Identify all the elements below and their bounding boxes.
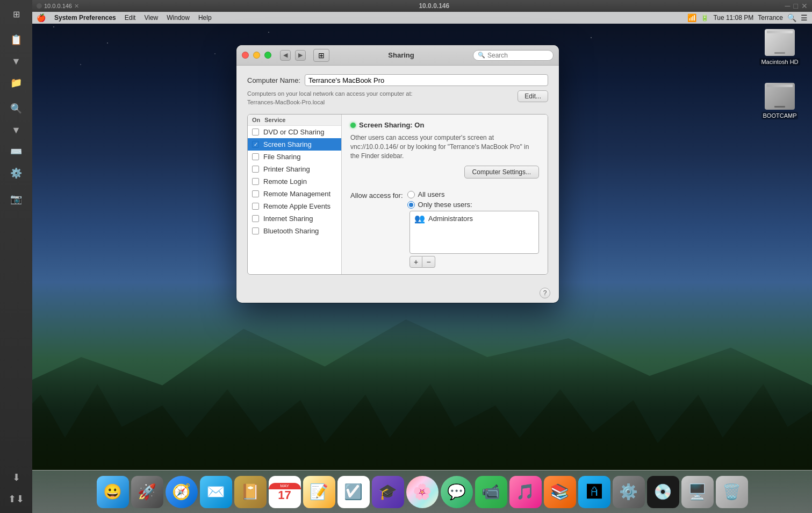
service-label-3: Printer Sharing xyxy=(263,165,310,173)
maximize-button[interactable] xyxy=(264,52,271,59)
menu-view[interactable]: View xyxy=(144,14,158,22)
menu-system-preferences[interactable]: System Preferences xyxy=(54,14,116,22)
remote-maximize-btn[interactable]: □ xyxy=(794,2,798,10)
service-label-6: Remote Apple Events xyxy=(263,202,330,210)
service-row-remote-login[interactable]: Remote Login xyxy=(248,175,341,188)
service-checkbox-6[interactable] xyxy=(252,203,259,210)
sidebar-btn-9[interactable]: 📷 xyxy=(6,189,26,209)
services-panel: On Service DVD or CD SharingScreen Shari… xyxy=(247,114,548,275)
help-button[interactable]: ? xyxy=(540,288,550,298)
service-row-internet-sharing[interactable]: Internet Sharing xyxy=(248,212,341,225)
dialog-titlebar: ◀ ▶ ⊞ Sharing 🔍 xyxy=(236,45,559,66)
dock-notesh[interactable]: 📔 xyxy=(234,476,267,508)
remote-minimize-btn[interactable]: ─ xyxy=(785,2,791,10)
list-icon[interactable]: ☰ xyxy=(801,13,808,22)
desktop-icon-bootcamp[interactable]: BOOTCAMP xyxy=(758,83,801,119)
grid-view-button[interactable]: ⊞ xyxy=(313,49,329,62)
remote-tab-label: 10.0.0.146 xyxy=(44,3,72,9)
sidebar-btn-1[interactable]: ⊞ xyxy=(6,4,26,24)
remove-user-button[interactable]: − xyxy=(422,256,435,268)
dock-calendar[interactable]: MAY 17 xyxy=(269,476,301,508)
desktop-icon-macintosh-hd[interactable]: Macintosh HD xyxy=(758,29,801,66)
service-checkbox-8[interactable] xyxy=(252,227,259,234)
menubar: 🍎 System Preferences Edit View Window He… xyxy=(32,12,812,24)
service-checkbox-2[interactable] xyxy=(252,153,259,160)
menu-help[interactable]: Help xyxy=(198,14,212,22)
sidebar-btn-8[interactable]: ⚙️ xyxy=(6,163,26,183)
sidebar-btn-10[interactable]: ⬇ xyxy=(6,468,26,487)
dock-system-preferences[interactable]: ⚙️ xyxy=(613,476,645,508)
dock-launchpad[interactable]: 🚀 xyxy=(131,476,163,508)
sidebar-btn-6[interactable]: ▼ xyxy=(6,120,26,140)
remote-tab-icon xyxy=(37,3,42,9)
user-row-administrators[interactable]: 👥 Administrators xyxy=(410,211,538,226)
service-checkbox-5[interactable] xyxy=(252,190,259,197)
close-button[interactable] xyxy=(242,52,249,59)
dock-safari[interactable]: 🧭 xyxy=(166,476,198,508)
service-checkbox-1[interactable] xyxy=(252,141,259,148)
dock-itunes-u[interactable]: 🎓 xyxy=(372,476,404,508)
computer-name-input[interactable] xyxy=(305,74,548,86)
menu-window[interactable]: Window xyxy=(167,14,190,22)
dock-dvd-player[interactable]: 💿 xyxy=(647,476,679,508)
radio-all-users-label: All users xyxy=(418,190,445,198)
dock-mail[interactable]: ✉️ xyxy=(200,476,232,508)
radio-these-users[interactable]: Only these users: xyxy=(407,201,472,209)
edit-button[interactable]: Edit... xyxy=(518,90,548,102)
sidebar-btn-3[interactable]: ▼ xyxy=(6,52,26,71)
menu-edit[interactable]: Edit xyxy=(125,14,136,22)
dock-reminders[interactable]: ☑️ xyxy=(337,476,370,508)
dock-facetime[interactable]: 📹 xyxy=(475,476,507,508)
remote-tab-close[interactable]: ✕ xyxy=(74,3,79,10)
sidebar-btn-11[interactable]: ⬆⬇ xyxy=(6,489,26,509)
radio-all-users-btn[interactable] xyxy=(407,191,415,198)
sidebar-btn-7[interactable]: ⌨️ xyxy=(6,142,26,161)
apple-menu[interactable]: 🍎 xyxy=(37,13,46,22)
services-list-header: On Service xyxy=(248,115,341,126)
forward-button[interactable]: ▶ xyxy=(295,50,306,61)
sidebar-btn-4[interactable]: 📁 xyxy=(6,73,26,92)
service-row-printer-sharing[interactable]: Printer Sharing xyxy=(248,163,341,175)
service-row-dvd-or-cd-sharing[interactable]: DVD or CD Sharing xyxy=(248,126,341,138)
radio-these-users-btn[interactable] xyxy=(407,201,415,209)
dock-notes[interactable]: 📝 xyxy=(303,476,335,508)
dock: 😀 🚀 🧭 ✉️ 📔 MAY 17 📝 ☑️ 🎓 🌸 💬 📹 xyxy=(32,470,812,513)
remote-window-title: 10.0.0.146 xyxy=(83,2,785,10)
dock-appstore[interactable]: 🅰 xyxy=(578,476,610,508)
service-checkbox-7[interactable] xyxy=(252,215,259,222)
computer-name-local: Terrances-MacBook-Pro.local xyxy=(247,99,413,105)
dock-trash[interactable]: 🗑️ xyxy=(716,476,748,508)
minimize-button[interactable] xyxy=(253,52,260,59)
service-row-file-sharing[interactable]: File Sharing xyxy=(248,151,341,163)
dock-music[interactable]: 🎵 xyxy=(509,476,542,508)
desktop: ⊞ 📋 ▼ 📁 🔍 ▼ ⌨️ ⚙️ 📷 ⬇ ⬆⬇ 10.0.0.146 ✕ 10… xyxy=(0,0,812,513)
access-for-label: Allow access for: xyxy=(350,191,403,200)
computer-settings-button[interactable]: Computer Settings... xyxy=(464,166,539,179)
service-row-remote-apple-events[interactable]: Remote Apple Events xyxy=(248,200,341,212)
service-row-bluetooth-sharing[interactable]: Bluetooth Sharing xyxy=(248,225,341,237)
dock-messages[interactable]: 💬 xyxy=(441,476,473,508)
service-checkbox-4[interactable] xyxy=(252,178,259,185)
dock-finder[interactable]: 😀 xyxy=(97,476,129,508)
dock-hard-disk[interactable]: 🖥️ xyxy=(681,476,714,508)
remote-close-btn[interactable]: ✕ xyxy=(801,2,808,10)
service-row-screen-sharing[interactable]: Screen Sharing xyxy=(248,138,341,151)
service-checkbox-0[interactable] xyxy=(252,129,259,136)
search-box[interactable]: 🔍 xyxy=(473,50,554,61)
service-row-remote-management[interactable]: Remote Management xyxy=(248,188,341,200)
search-icon-dialog: 🔍 xyxy=(478,52,485,59)
radio-all-users[interactable]: All users xyxy=(407,190,472,198)
dock-photos[interactable]: 🌸 xyxy=(406,476,439,508)
add-user-button[interactable]: + xyxy=(409,256,422,268)
back-button[interactable]: ◀ xyxy=(280,50,291,61)
dock-books[interactable]: 📚 xyxy=(544,476,576,508)
macintosh-hd-label: Macintosh HD xyxy=(759,58,800,66)
search-input[interactable] xyxy=(487,52,549,59)
menubar-right: 📶 🔋 Tue 11:08 PM Terrance 🔍 ☰ xyxy=(687,13,808,22)
service-label-7: Internet Sharing xyxy=(263,215,313,223)
sidebar-btn-5[interactable]: 🔍 xyxy=(6,99,26,118)
service-checkbox-3[interactable] xyxy=(252,166,259,173)
clock: Tue 11:08 PM xyxy=(713,14,753,22)
search-icon[interactable]: 🔍 xyxy=(787,13,796,22)
sidebar-btn-2[interactable]: 📋 xyxy=(6,30,26,49)
